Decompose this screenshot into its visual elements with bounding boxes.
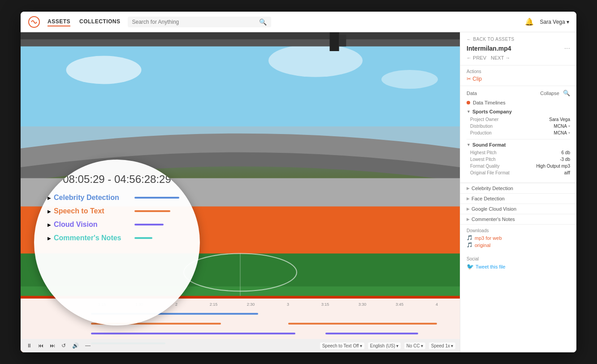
sound-format-title[interactable]: ▼ Sound Format (467, 142, 570, 147)
collapse-button[interactable]: Collapse (540, 91, 559, 96)
speed-dropdown[interactable]: Speed 1x ▾ (429, 342, 455, 349)
zoom-track-cloud: ▶ Cloud Vision (48, 221, 186, 229)
download-original-icon: 🎵 (467, 242, 473, 248)
zoom-bar-area-cloud (134, 223, 186, 226)
project-owner-value: Sara Vega (549, 117, 570, 122)
zoom-track-label-celebrity[interactable]: Celebrity Detection (54, 194, 134, 202)
back-arrow-icon: ← (467, 37, 472, 42)
data-search-icon[interactable]: 🔍 (563, 90, 570, 96)
zoom-bar-speech (134, 210, 170, 212)
panel-actions-row: Intermilan.mp4 ··· (467, 44, 570, 52)
nav-collections[interactable]: COLLECTIONS (79, 17, 121, 26)
track-arrow-celebrity[interactable]: ▶ (48, 195, 51, 200)
sound-format-group: ▼ Sound Format Highest Pitch 6 db Lowest… (467, 142, 570, 175)
project-owner-row: Project Owner Sara Vega (467, 117, 570, 122)
time-marker-3: 2:15 (195, 302, 232, 307)
commenters-notes-item[interactable]: ▶ Commenter's Notes (460, 214, 576, 224)
svg-rect-7 (21, 39, 460, 47)
lowest-pitch-row: Lowest Pitch -3 db (467, 157, 570, 162)
zoom-bar-cloud (134, 224, 164, 225)
speech-to-text-dropdown[interactable]: Speech to Text Off ▾ (320, 342, 364, 349)
video-area: 08:05:29 - 04:56:28:29 ▶ Celebrity Detec… (21, 32, 460, 352)
actions-section: Actions ✂ Clip (460, 65, 576, 86)
track-row-cloud (25, 329, 455, 338)
track-bar-cloud (91, 333, 296, 334)
user-menu[interactable]: Sara Vega ▾ (540, 19, 569, 25)
time-marker-5: 3 (269, 302, 307, 307)
google-arrow: ▶ (467, 207, 470, 211)
celebrity-arrow: ▶ (467, 186, 470, 191)
clip-button[interactable]: ✂ Clip (467, 76, 570, 82)
forward-button[interactable]: ⏭ (48, 342, 56, 350)
back-to-assets-link[interactable]: ← BACK TO ASSETS (467, 37, 570, 42)
search-input[interactable] (132, 19, 259, 25)
prev-button[interactable]: ← PREV (467, 55, 486, 61)
timeline-controls: ⏸ ⏮ ⏭ ↺ 🔊 — Speech to Text Off ▾ English… (21, 339, 460, 352)
celebrity-detection-item[interactable]: ▶ Celebrity Detection (460, 183, 576, 193)
zoom-bar-area-speech (134, 210, 186, 212)
distribution-row: Distribution MCNA ▾ (467, 124, 570, 129)
track-arrow-comments[interactable]: ▶ (48, 236, 51, 241)
distribution-label: Distribution (470, 124, 493, 129)
tweet-link[interactable]: 🐦 Tweet this file (467, 263, 570, 270)
sound-format-arrow: ▼ (467, 143, 471, 147)
section-divider-1 (467, 139, 570, 139)
volume-button[interactable]: 🔊 (71, 342, 80, 350)
track-arrow-speech[interactable]: ▶ (48, 209, 51, 214)
production-value[interactable]: MCNA ▾ (554, 130, 570, 135)
zoom-tracks: ▶ Celebrity Detection ▶ Speech to Text (34, 190, 200, 305)
project-owner-label: Project Owner (470, 117, 498, 122)
time-marker-9: 4 (418, 302, 455, 307)
commenters-arrow: ▶ (467, 217, 470, 221)
track-bar-area-speech (83, 322, 455, 325)
zoom-bar-comments (134, 237, 152, 239)
face-detection-item[interactable]: ▶ Face Detection (460, 193, 576, 204)
search-bar: 🔍 (128, 17, 271, 27)
right-panel: ← BACK TO ASSETS Intermilan.mp4 ··· ← PR… (460, 32, 576, 352)
file-name: Intermilan.mp4 (467, 45, 511, 52)
actions-label: Actions (467, 69, 570, 74)
more-options-button[interactable]: ··· (564, 44, 570, 52)
cc-dropdown[interactable]: No CC ▾ (404, 342, 425, 349)
zoom-track-label-cloud[interactable]: Cloud Vision (54, 221, 134, 229)
play-pause-button[interactable]: ⏸ (25, 342, 33, 350)
mute-button[interactable]: — (84, 342, 92, 350)
zoom-bar-area-celebrity (134, 196, 186, 199)
distribution-value[interactable]: MCNA ▾ (554, 124, 570, 129)
zoom-track-label-speech[interactable]: Speech to Text (54, 207, 134, 215)
data-section: Data Collapse 🔍 Data Timelines ▼ Sports … (460, 86, 576, 183)
lowest-pitch-value: -3 db (560, 157, 570, 162)
language-dropdown[interactable]: English (US) ▾ (368, 342, 401, 349)
format-quality-label: Format Quality (470, 164, 500, 169)
nav-right: 🔔 Sara Vega ▾ (525, 17, 569, 26)
svg-rect-11 (330, 32, 339, 51)
format-quality-row: Format Quality High Output mp3 (467, 164, 570, 169)
svg-point-3 (66, 56, 142, 84)
google-cloud-vision-item[interactable]: ▶ Google Cloud Vision (460, 204, 576, 214)
next-button[interactable]: NEXT → (491, 55, 510, 61)
format-quality-value: High Output mp3 (536, 164, 570, 169)
original-file-format-row: Original File Format aiff (467, 170, 570, 175)
bell-icon[interactable]: 🔔 (525, 17, 534, 26)
nav-assets[interactable]: ASSETS (48, 17, 70, 26)
panel-header: ← BACK TO ASSETS Intermilan.mp4 ··· ← PR… (460, 32, 576, 65)
distribution-arrow: ▾ (568, 124, 570, 128)
search-icon[interactable]: 🔍 (259, 18, 267, 26)
data-timelines-dot (467, 101, 470, 104)
zoom-track-speech: ▶ Speech to Text (48, 207, 186, 215)
zoom-track-label-comments[interactable]: Commenter's Notes (54, 234, 134, 242)
face-arrow: ▶ (467, 196, 470, 201)
rewind-button[interactable]: ⏮ (37, 342, 45, 350)
loop-button[interactable]: ↺ (60, 342, 67, 350)
time-marker-8: 3:45 (381, 302, 418, 307)
original-file-format-value: aiff (564, 170, 570, 175)
social-section: Social 🐦 Tweet this file (460, 253, 576, 273)
sports-company-title[interactable]: ▼ Sports Company (467, 109, 570, 114)
top-nav: ASSETS COLLECTIONS 🔍 🔔 Sara Vega ▾ (21, 12, 576, 32)
track-arrow-cloud[interactable]: ▶ (48, 222, 51, 227)
download-original-link[interactable]: 🎵 original (467, 242, 570, 248)
download-mp3-link[interactable]: 🎵 mp3 for web (467, 235, 570, 241)
data-timelines-label: Data Timelines (473, 100, 506, 105)
time-marker-6: 3:15 (307, 302, 344, 307)
data-timelines-row: Data Timelines (467, 100, 570, 105)
